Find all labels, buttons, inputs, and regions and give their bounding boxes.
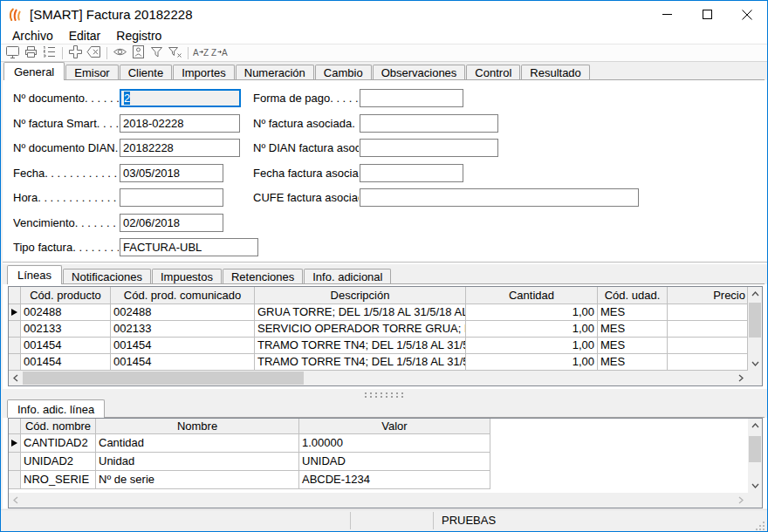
tab-info-adic-linea[interactable]: Info. adic. línea	[7, 399, 105, 418]
resize-grip-icon[interactable]	[756, 520, 765, 529]
fecha-field[interactable]: 03/05/2018	[120, 164, 223, 182]
sort-za-icon: ZA	[211, 44, 228, 62]
tab-control[interactable]: Control	[466, 65, 520, 80]
table-cell: TRAMO TORRE TN4; DEL 1/5/18 AL 31/5/18 A	[255, 354, 466, 371]
table-row[interactable]: 001454001454TRAMO TORRE TN4; DEL 1/5/18 …	[9, 338, 748, 354]
table-cell: MES	[598, 354, 668, 371]
num-factura-smart-label: Nº factura Smart. . . . . .	[13, 114, 119, 133]
filter-button[interactable]	[147, 45, 166, 61]
tab-observaciones[interactable]: Observaciones	[373, 65, 466, 80]
tab-numeracion[interactable]: Numeración	[236, 65, 314, 80]
column-header-valor[interactable]: Valor	[299, 419, 490, 434]
table-row[interactable]: 002133002133SERVICIO OPERADOR TORRE GRUA…	[9, 321, 748, 338]
clear-filter-button[interactable]	[166, 45, 184, 61]
table-cell: MES	[598, 338, 668, 354]
sort-az-button[interactable]: AZ	[192, 45, 210, 61]
tab-info-adicional[interactable]: Info. adicional	[304, 269, 391, 284]
column-header-cod-producto[interactable]: Cód. producto	[21, 287, 111, 304]
table-row[interactable]: NRO_SERIENº de serieABCDE-1234	[9, 471, 748, 489]
maximize-button[interactable]	[687, 1, 727, 28]
menu-item-editar[interactable]: Editar	[61, 29, 109, 43]
column-header-cod-udad[interactable]: Cód. udad.	[598, 287, 668, 304]
scrollbar-thumb[interactable]	[749, 303, 761, 338]
menu-item-registro[interactable]: Registro	[108, 29, 169, 43]
table-cell: TRAMO TORRE TN4; DEL 1/5/18 AL 31/5/18 A	[255, 338, 466, 354]
lines-tab-strip: LíneasNotificacionesImpuestosRetenciones…	[7, 265, 765, 284]
num-documento-dian-field[interactable]: 20182228	[120, 139, 240, 157]
tab-resultado[interactable]: Resultado	[521, 65, 590, 80]
info-grid-horizontal-scrollbar[interactable]	[9, 493, 748, 508]
forma-de-pago-field[interactable]	[360, 89, 463, 107]
table-row[interactable]: UNIDAD2UnidadUNIDAD	[9, 453, 748, 471]
minimize-button[interactable]	[647, 1, 687, 28]
hora-label: Hora. . . . . . . . . . . . . .	[13, 188, 119, 207]
splitter-grip-icon[interactable]	[363, 392, 405, 398]
record-list-button[interactable]	[40, 45, 58, 61]
record-card-button[interactable]	[129, 45, 147, 61]
svg-text:A: A	[193, 47, 199, 57]
delete-record-button[interactable]	[85, 45, 103, 61]
scroll-up-icon[interactable]	[748, 287, 762, 301]
table-row[interactable]: 002488002488GRUA TORRE; DEL 1/5/18 AL 31…	[9, 304, 748, 321]
scrollbar-thumb[interactable]	[23, 372, 304, 385]
column-header-nombre[interactable]: Nombre	[96, 419, 299, 434]
num-documento-field[interactable]: 2	[120, 89, 241, 107]
scroll-right-icon[interactable]	[734, 371, 748, 385]
screen-button[interactable]	[3, 45, 22, 61]
tab-notificaciones[interactable]: Notificaciones	[63, 269, 151, 284]
row-indicator	[9, 453, 21, 471]
sort-za-button[interactable]: ZA	[210, 45, 229, 61]
scroll-left-icon[interactable]	[9, 493, 23, 508]
table-cell: MES	[598, 321, 668, 338]
lines-grid-horizontal-scrollbar[interactable]	[9, 371, 748, 385]
tipo-factura-label: Tipo factura. . . . . . . . .	[13, 238, 119, 256]
column-header-cantidad[interactable]: Cantidad	[466, 287, 598, 304]
table-cell: 1.00000	[299, 434, 490, 453]
menu-item-archivo[interactable]: Archivo	[4, 29, 61, 43]
add-record-icon	[68, 44, 83, 62]
cufe-factura-asociada-label: CUFE factura asociada. .	[253, 188, 359, 207]
info-grid-indicator-header[interactable]	[9, 419, 21, 434]
fecha-factura-asociada-field[interactable]	[360, 164, 463, 182]
tab-importes[interactable]: Importes	[173, 65, 235, 80]
vencimiento-field[interactable]: 02/06/2018	[120, 214, 223, 232]
info-grid-vertical-scrollbar[interactable]	[748, 419, 762, 493]
tab-cambio[interactable]: Cambio	[315, 65, 372, 80]
column-header-cod-prod-comunicado[interactable]: Cód. prod. comunicado	[111, 287, 255, 304]
view-button[interactable]	[111, 45, 129, 61]
num-dian-factura-asociada-field[interactable]	[360, 139, 498, 157]
add-record-button[interactable]	[66, 45, 85, 61]
tab-cliente[interactable]: Cliente	[120, 65, 172, 80]
close-button[interactable]	[727, 1, 767, 28]
tab-impuestos[interactable]: Impuestos	[152, 269, 222, 284]
fecha-label: Fecha. . . . . . . . . . . . .	[13, 164, 119, 182]
toolbar: AZZA	[1, 44, 767, 62]
tab-lineas[interactable]: Líneas	[7, 265, 62, 284]
table-row[interactable]: 001454001454TRAMO TORRE TN4; DEL 1/5/18 …	[9, 354, 748, 371]
scroll-down-icon[interactable]	[748, 479, 762, 493]
column-header-precio[interactable]: Precio	[668, 287, 748, 304]
hora-field[interactable]	[120, 188, 223, 207]
tab-retenciones[interactable]: Retenciones	[223, 269, 303, 284]
row-indicator	[9, 354, 21, 371]
status-environment-label: PRUEBAS	[442, 510, 496, 531]
scroll-up-icon[interactable]	[748, 419, 762, 433]
scroll-left-icon[interactable]	[9, 371, 23, 385]
num-factura-asociada-field[interactable]	[360, 114, 498, 133]
splitter[interactable]	[3, 389, 767, 399]
row-indicator	[9, 321, 21, 338]
column-header-descripcion[interactable]: Descripción	[255, 287, 466, 304]
scroll-down-icon[interactable]	[748, 357, 762, 371]
lines-grid-indicator-header[interactable]	[9, 287, 21, 304]
scrollbar-thumb[interactable]	[749, 436, 761, 462]
table-row[interactable]: CANTIDAD2Cantidad1.00000	[9, 434, 748, 453]
tab-general[interactable]: General	[3, 62, 65, 80]
scroll-right-icon[interactable]	[734, 493, 748, 508]
tab-emisor[interactable]: Emisor	[65, 65, 118, 80]
num-factura-smart-field[interactable]: 2018-02228	[120, 114, 240, 133]
tipo-factura-field[interactable]: FACTURA-UBL	[120, 238, 258, 256]
lines-grid-vertical-scrollbar[interactable]	[748, 287, 762, 371]
cufe-factura-asociada-field[interactable]	[360, 188, 639, 207]
column-header-cod-nombre[interactable]: Cód. nombre	[21, 419, 96, 434]
print-button[interactable]	[22, 45, 40, 61]
